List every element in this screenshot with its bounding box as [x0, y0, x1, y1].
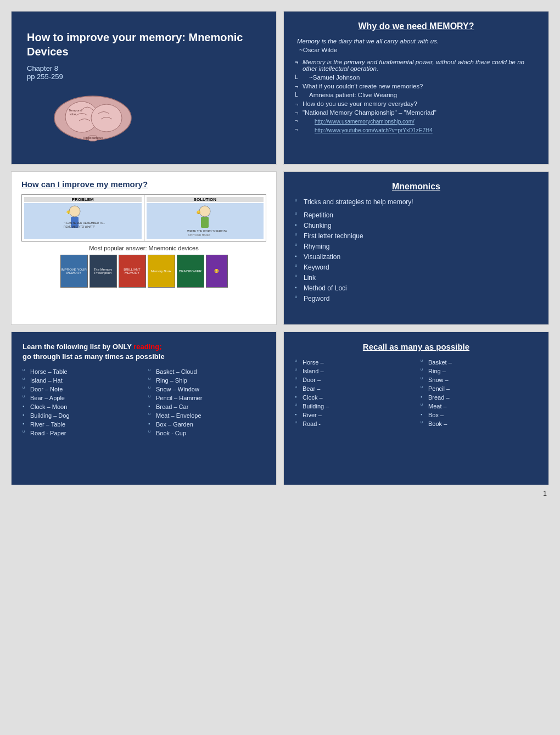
slide2-quote2-author: ~Samuel Johnson [295, 74, 537, 81]
slide5-left-4: Clock – Moon [23, 403, 139, 410]
slide6-left-2: Door – [295, 377, 412, 383]
slide5-list-left: Horse – Table Island – Hat Door – Note B… [23, 368, 139, 439]
slide2-url2[interactable]: http://www.youtube.com/watch?v=prYxD1zE7… [315, 127, 433, 133]
slide-1: How to improve your memory: Mnemonic Dev… [11, 11, 277, 165]
slide5-left-3: Bear – Apple [23, 395, 139, 401]
slide6-left-3: Bear – [295, 385, 412, 392]
slide5-heading: Learn the following list by ONLY reading… [23, 342, 265, 362]
slide2-url1[interactable]: http://www.usamemorychamionship.com/ [315, 119, 415, 125]
slide2-item-4: "National Memory Championship" – "Memori… [295, 109, 537, 116]
slide2-link2: http://www.youtube.com/watch?v=prYxD1zE7… [295, 127, 537, 133]
slide4-item-1: Chunking [295, 222, 537, 229]
slide3-heading: How can I improve my memory? [21, 179, 266, 189]
svg-text:WRITE THE WORD "EXERCISE": WRITE THE WORD "EXERCISE" [187, 229, 227, 233]
slide2-quote1: Memory is the diary that we all carry ab… [295, 38, 537, 44]
slide5-heading-red: reading; [133, 343, 161, 351]
slide6-left-6: River – [295, 412, 412, 418]
svg-text:lobe: lobe [70, 113, 76, 116]
slide5-right-1: Ring – Ship [148, 377, 265, 384]
slide6-left-1: Island – [295, 368, 412, 374]
slide4-item-5: Keyword [295, 263, 537, 271]
slide3-popular-answer: Most popular answer: Mnemonic devices [21, 245, 266, 251]
books-row: IMPROVE YOUR MEMORY The Memory Prescript… [21, 255, 266, 288]
slide4-item-6: Link [295, 274, 537, 282]
slide1-chapter: Chapter 8 pp 255-259 [27, 64, 63, 81]
slide5-right-7: Book - Cup [148, 430, 265, 436]
slide5-left-1: Island – Hat [23, 377, 139, 384]
slide5-left-0: Horse – Table [23, 368, 139, 375]
slide5-right-4: Bread – Car [148, 403, 265, 410]
slide6-col-right: Basket – Ring – Snow – Pencil – Bread – … [421, 359, 537, 429]
slide5-heading-plain: Learn the following list by ONLY [23, 343, 132, 351]
brain-image: Temporal lobe Hippocampus [49, 91, 137, 145]
book-3: BRILLIANT MEMORY [119, 255, 146, 288]
slide6-right-5: Meat – [421, 403, 537, 409]
slide6-heading: Recall as many as possible [295, 342, 537, 351]
slide4-item-3: Rhyming [295, 243, 537, 250]
slide5-left-7: Road - Paper [23, 430, 139, 436]
slide6-list-left: Horse – Island – Door – Bear – Clock – B… [295, 359, 412, 427]
slide6-left-5: Building – [295, 403, 412, 409]
problem-label: PROBLEM [24, 197, 142, 202]
svg-text:REMEMBER TO WHAT?": REMEMBER TO WHAT?" [64, 225, 96, 228]
book-5: BRAINPOWER [177, 255, 204, 288]
svg-point-12 [199, 206, 210, 217]
slide-2: Why do we need MEMORY? Memory is the dia… [283, 11, 549, 165]
slide6-list-right: Basket – Ring – Snow – Pencil – Bread – … [421, 359, 537, 427]
slide5-list-right: Basket – Cloud Ring – Ship Snow – Window… [148, 368, 265, 439]
slide6-right-6: Box – [421, 412, 537, 418]
slide6-left-0: Horse – [295, 359, 412, 366]
svg-text:Hippocampus: Hippocampus [83, 136, 103, 139]
svg-text:"I CAN NEVER REMEMBER TO...: "I CAN NEVER REMEMBER TO... [64, 221, 105, 225]
book-4: Memory Book [148, 255, 175, 288]
slide6-right-0: Basket – [421, 359, 537, 366]
slide5-right-0: Basket – Cloud [148, 368, 265, 375]
svg-text:😊: 😊 [197, 210, 201, 215]
book-2: The Memory Prescription [89, 255, 117, 288]
slide6-right-2: Snow – [421, 377, 537, 383]
slide6-left-7: Road - [295, 420, 412, 427]
slide6-right-3: Pencil – [421, 385, 537, 392]
slide6-right-1: Ring – [421, 368, 537, 374]
slide2-item-3: How do you use your memory everyday? [295, 100, 537, 107]
slide2-list: ¬ Memory is the primary and fundamental … [295, 59, 537, 133]
svg-rect-14 [201, 217, 209, 228]
problem-image: 😤 "I CAN NEVER REMEMBER TO... REMEMBER T… [24, 203, 142, 239]
svg-text:Temporal: Temporal [69, 109, 82, 112]
slide6-right-7: Book – [421, 420, 537, 427]
solution-label: SOLUTION [147, 197, 264, 202]
slide2-heading: Why do we need MEMORY? [295, 21, 537, 31]
slide4-list: Tricks and strategies to help memory! Re… [295, 198, 537, 302]
page-number: 1 [11, 490, 549, 497]
solution-image: 😊 WRITE THE WORD "EXERCISE" ON YOUR HAND… [147, 203, 264, 239]
book-6: 😀 [206, 255, 228, 288]
slide5-right-6: Box – Garden [148, 421, 265, 428]
problem-panel: PROBLEM 😤 "I CAN NEVER REMEMBER TO... RE… [22, 195, 144, 241]
slide5-left-6: River – Table [23, 421, 139, 428]
slide6-left-4: Clock – [295, 394, 412, 401]
slide5-lists: Horse – Table Island – Hat Door – Note B… [23, 368, 265, 439]
slide2-quote1-author: ~Oscar Wilde [295, 47, 537, 53]
slide-3: How can I improve my memory? PROBLEM 😤 "… [11, 171, 277, 325]
svg-point-7 [69, 206, 80, 217]
slide4-item-7: Method of Loci [295, 284, 537, 292]
svg-point-2 [91, 104, 122, 132]
slide4-item-0: Repetition [295, 211, 537, 219]
svg-text:ON YOUR HAND!: ON YOUR HAND! [188, 233, 210, 237]
slide5-left-5: Building – Dog [23, 412, 139, 419]
slide5-heading-rest: go through list as many times as possibl… [23, 352, 165, 361]
slide5-left-2: Door – Note [23, 386, 139, 392]
slide6-lists: Horse – Island – Door – Bear – Clock – B… [295, 359, 537, 429]
slide1-title: How to improve your memory: Mnemonic Dev… [27, 30, 261, 59]
slide5-right-2: Snow – Window [148, 386, 265, 392]
slide-4: Mnemonics Tricks and strategies to help … [283, 171, 549, 325]
problem-solution-panel: PROBLEM 😤 "I CAN NEVER REMEMBER TO... RE… [21, 194, 266, 242]
slide-6: Recall as many as possible Horse – Islan… [283, 332, 549, 485]
solution-panel: SOLUTION 😊 WRITE THE WORD "EXERCISE" ON … [144, 195, 266, 241]
svg-text:😤: 😤 [66, 210, 71, 215]
slide2-item-1: What if you couldn't create new memories… [295, 83, 537, 89]
book-1: IMPROVE YOUR MEMORY [60, 255, 88, 288]
slide4-item-2: First letter technique [295, 232, 537, 240]
slide4-intro: Tricks and strategies to help memory! [295, 198, 537, 206]
slide6-col-left: Horse – Island – Door – Bear – Clock – B… [295, 359, 412, 429]
